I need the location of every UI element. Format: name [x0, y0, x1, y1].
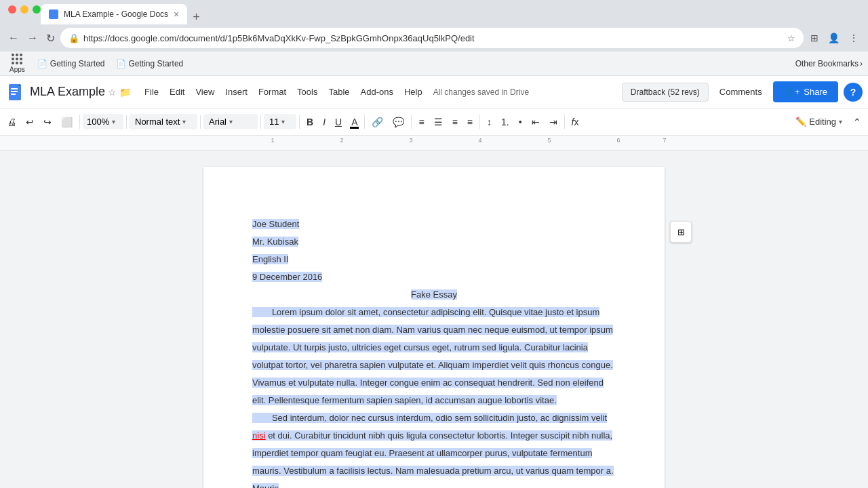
comments-button[interactable]: Comments [714, 83, 768, 101]
draftback-button[interactable]: Draftback (52 revs) [622, 83, 709, 102]
doc-scroll-area[interactable]: Joe Student Mr. Kubisak English II 9 D [0, 150, 868, 488]
toolbar-sep-1 [79, 115, 80, 129]
line-para-2[interactable]: Sed interdum, dolor nec cursus interdum,… [252, 409, 616, 488]
account-button[interactable]: 👤 [824, 30, 844, 46]
svg-rect-3 [11, 94, 16, 95]
doc-folder-icon[interactable]: 📁 [119, 87, 131, 98]
style-value: Normal text [135, 117, 180, 127]
line-english-ii[interactable]: English II [252, 251, 616, 268]
decrease-indent-button[interactable]: ⇤ [528, 114, 544, 130]
text-para-1: Lorem ipsum dolor sit amet, consectetur … [252, 307, 613, 405]
doc-title-area: MLA Example ☆ 📁 [30, 85, 131, 99]
paint-format-button[interactable]: ⬜ [57, 114, 77, 130]
ruler-mark-4: 4 [478, 137, 481, 144]
bookmark-getting-started-1[interactable]: 📄 Getting Started [35, 58, 108, 70]
align-left-button[interactable]: ≡ [414, 114, 428, 130]
line-para-1[interactable]: Lorem ipsum dolor sit amet, consectetur … [252, 304, 616, 409]
url-text: https://docs.google.com/document/d/1p5Bk… [83, 33, 783, 43]
text-joe-student: Joe Student [252, 219, 299, 229]
align-right-button[interactable]: ≡ [448, 114, 462, 130]
other-bookmarks-chevron: › [860, 59, 863, 68]
bookmark-getting-started-2[interactable]: 📄 Getting Started [113, 58, 186, 70]
apps-button[interactable]: Apps [5, 49, 29, 77]
menu-tools[interactable]: Tools [292, 83, 323, 101]
docs-logo [5, 80, 24, 104]
document-page[interactable]: Joe Student Mr. Kubisak English II 9 D [203, 167, 665, 488]
tab-close-btn[interactable]: × [174, 9, 179, 20]
window-maximize-btn[interactable] [33, 5, 41, 14]
increase-indent-button[interactable]: ⇥ [545, 114, 561, 130]
style-selector[interactable]: Normal text ▾ [130, 114, 197, 129]
underline-button[interactable]: U [331, 114, 346, 130]
menu-edit[interactable]: Edit [164, 83, 190, 101]
svg-rect-2 [11, 91, 18, 92]
font-size-selector[interactable]: 11 ▾ [264, 114, 296, 129]
bookmark-label-1: Getting Started [50, 59, 105, 68]
share-label: Share [804, 87, 827, 97]
undo-button[interactable]: ↩ [22, 114, 38, 130]
menu-table[interactable]: Table [323, 83, 355, 101]
text-color-button[interactable]: A [347, 114, 361, 130]
browser-tab[interactable]: MLA Example - Google Docs × [41, 4, 187, 24]
menu-view[interactable]: View [190, 83, 220, 101]
pencil-icon: ✏️ [795, 117, 806, 127]
tab-favicon [49, 9, 58, 19]
docs-header-right: Draftback (52 revs) Comments 👤+ Share ? [622, 81, 863, 102]
doc-title[interactable]: MLA Example [30, 85, 105, 99]
window-minimize-btn[interactable] [20, 5, 28, 14]
share-button[interactable]: 👤+ Share [773, 81, 838, 102]
toolbar-sep-4 [260, 115, 261, 129]
ruler-mark-7: 7 [663, 137, 666, 144]
forward-button[interactable]: → [24, 29, 41, 47]
link-button[interactable]: 🔗 [368, 114, 387, 130]
numbered-list-button[interactable]: 1. [497, 114, 513, 130]
refresh-button[interactable]: ↻ [43, 29, 58, 47]
text-essay-title: Fake Essay [411, 289, 457, 300]
zoom-selector[interactable]: 100% ▾ [83, 114, 123, 129]
expand-button[interactable]: ⌃ [849, 114, 865, 130]
bookmark-icon-2: 📄 [116, 59, 126, 68]
line-joe-student[interactable]: Joe Student [252, 216, 616, 233]
window-close-btn[interactable] [8, 5, 16, 14]
line-mr-kubisak[interactable]: Mr. Kubisak [252, 233, 616, 251]
line-date[interactable]: 9 December 2016 [252, 268, 616, 286]
address-bar[interactable]: 🔒 https://docs.google.com/document/d/1p5… [60, 28, 804, 48]
bold-button[interactable]: B [302, 114, 317, 130]
justify-button[interactable]: ≡ [463, 114, 477, 130]
line-essay-title[interactable]: Fake Essay [252, 286, 616, 304]
redo-button[interactable]: ↪ [39, 114, 56, 130]
formula-button[interactable]: fx [568, 114, 583, 130]
font-size-value: 11 [269, 117, 279, 127]
comment-button[interactable]: 💬 [389, 114, 408, 130]
menu-add-ons[interactable]: Add-ons [355, 83, 399, 101]
editing-mode-button[interactable]: ✏️ Editing ▾ [790, 114, 848, 129]
menu-insert[interactable]: Insert [220, 83, 253, 101]
italic-button[interactable]: I [319, 114, 330, 130]
toolbar-sep-7 [411, 115, 412, 129]
text-para-2: Sed interdum, dolor nec cursus interdum,… [252, 413, 614, 488]
font-selector[interactable]: Arial ▾ [203, 114, 258, 129]
docs-menu: File Edit View Insert Format Tools Table… [139, 83, 534, 101]
extensions-button[interactable]: ⊞ [806, 30, 823, 46]
menu-format[interactable]: Format [253, 83, 292, 101]
doc-star-icon[interactable]: ☆ [108, 87, 117, 98]
line-spacing-button[interactable]: ↕ [483, 114, 496, 130]
menu-help[interactable]: Help [399, 83, 428, 101]
toolbar-sep-3 [200, 115, 201, 129]
menu-button[interactable]: ⋮ [845, 30, 863, 46]
bulleted-list-button[interactable]: • [515, 114, 526, 130]
toolbar-sep-9 [564, 115, 565, 129]
toolbar-sep-8 [479, 115, 480, 129]
other-bookmarks-button[interactable]: Other Bookmarks › [795, 59, 863, 68]
floating-toolbar-button[interactable]: ⊞ [670, 221, 692, 243]
back-button[interactable]: ← [5, 29, 22, 47]
menu-file[interactable]: File [139, 83, 164, 101]
toolbar-sep-6 [364, 115, 365, 129]
ruler-mark-5: 5 [547, 137, 551, 144]
print-button[interactable]: 🖨 [3, 114, 20, 130]
apps-label: Apps [9, 66, 25, 73]
new-tab-button[interactable]: + [187, 10, 205, 24]
help-button[interactable]: ? [844, 83, 863, 102]
star-icon[interactable]: ☆ [787, 33, 795, 43]
align-center-button[interactable]: ☰ [430, 114, 447, 130]
